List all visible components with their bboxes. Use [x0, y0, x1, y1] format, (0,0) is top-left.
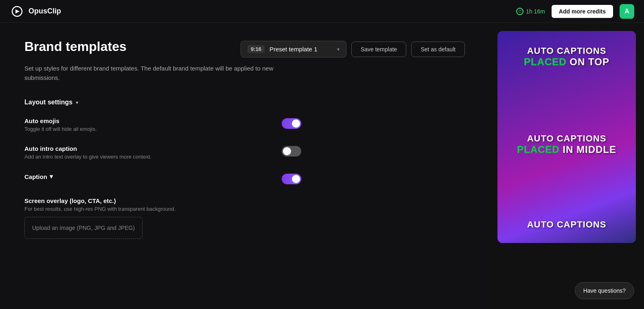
main-layout: Brand templates 9:16 Preset template 1 ▾… — [0, 23, 644, 309]
caption-info: Caption ▾ — [24, 173, 265, 180]
layout-settings-label: Layout settings — [24, 99, 72, 106]
screen-overlay-label: Screen overlay (logo, CTA, etc.) — [24, 197, 116, 204]
preview-panel: AUTO CAPTIONS PLACED ON TOP AUTO CAPTION… — [489, 23, 644, 309]
preview-top-highlight: PLACED — [524, 56, 567, 67]
template-ratio: 9:16 — [248, 45, 265, 53]
caption-toggle-wrap — [282, 174, 301, 184]
auto-intro-toggle-knob — [283, 147, 291, 155]
caption-label-area[interactable]: Caption ▾ — [24, 173, 265, 180]
preview-phone: AUTO CAPTIONS PLACED ON TOP AUTO CAPTION… — [497, 31, 636, 243]
preview-caption-bot: AUTO CAPTIONS — [504, 214, 629, 235]
caption-row: Caption ▾ — [24, 173, 301, 184]
settings-content: Brand templates 9:16 Preset template 1 ▾… — [0, 23, 489, 309]
auto-emojis-label: Auto emojis — [24, 117, 265, 124]
auto-emojis-toggle[interactable] — [282, 118, 301, 129]
preview-bot-line1: AUTO CAPTIONS — [507, 219, 626, 230]
template-selector[interactable]: 9:16 Preset template 1 ▾ — [241, 41, 346, 57]
preview-top-normal: ON TOP — [567, 56, 609, 67]
auto-intro-row: Auto intro caption Add an intro text ove… — [24, 145, 301, 160]
auto-emojis-desc: Toggle it off will hide all emojis. — [24, 126, 265, 132]
preview-top-line1: AUTO CAPTIONS — [507, 46, 626, 56]
auto-intro-desc: Add an intro text overlay to give viewer… — [24, 154, 265, 160]
avatar[interactable]: A — [620, 4, 634, 19]
auto-intro-toggle-wrap — [282, 146, 301, 157]
page-title: Brand templates — [24, 39, 127, 54]
caption-toggle-knob — [292, 175, 300, 183]
save-template-button[interactable]: Save template — [351, 42, 407, 57]
app-header: OpusClip ⏱ 1h 16m Add more credits A — [0, 0, 644, 23]
auto-emojis-info: Auto emojis Toggle it off will hide all … — [24, 117, 265, 132]
caption-toggle[interactable] — [282, 174, 301, 184]
preview-caption-mid: AUTO CAPTIONS PLACED IN MIDDLE — [504, 127, 629, 162]
preview-caption-top: AUTO CAPTIONS PLACED ON TOP — [504, 39, 629, 74]
page-subtitle: Set up styles for different brand templa… — [24, 64, 277, 82]
screen-overlay-desc: For best results, use high-res PNG with … — [24, 206, 175, 212]
layout-settings-chevron-icon: ▾ — [76, 99, 79, 106]
caption-chevron-icon: ▾ — [50, 173, 53, 180]
auto-intro-info: Auto intro caption Add an intro text ove… — [24, 145, 265, 160]
preview-mid-highlight: PLACED — [517, 144, 560, 155]
clock-icon: ⏱ — [516, 8, 524, 15]
timer-badge: ⏱ 1h 16m — [516, 8, 545, 15]
have-questions-button[interactable]: Have questions? — [575, 282, 634, 299]
add-credits-button[interactable]: Add more credits — [552, 5, 613, 18]
auto-emojis-toggle-knob — [292, 119, 300, 128]
auto-emojis-toggle-wrap — [282, 118, 301, 129]
auto-intro-label: Auto intro caption — [24, 145, 265, 152]
logo-text: OpusClip — [28, 7, 61, 15]
logo-area: OpusClip — [10, 4, 61, 19]
timer-label: 1h 16m — [526, 8, 545, 15]
template-chevron-icon: ▾ — [337, 46, 340, 52]
header-right: ⏱ 1h 16m Add more credits A — [516, 4, 634, 19]
set-default-button[interactable]: Set as default — [411, 42, 465, 57]
preview-top-line2: PLACED ON TOP — [507, 56, 626, 68]
auto-emojis-row: Auto emojis Toggle it off will hide all … — [24, 117, 301, 132]
template-name: Preset template 1 — [269, 46, 332, 53]
template-action-row: 9:16 Preset template 1 ▾ Save template S… — [241, 41, 465, 57]
screen-overlay-row: Screen overlay (logo, CTA, etc.) For bes… — [24, 197, 301, 239]
preview-mid-line1: AUTO CAPTIONS — [507, 133, 626, 144]
logo-icon — [10, 4, 24, 19]
page-title-area: Brand templates — [24, 39, 127, 59]
upload-label: Upload an image (PNG, JPG and JPEG) — [32, 225, 135, 231]
preview-mid-line2: PLACED IN MIDDLE — [507, 144, 626, 155]
preview-mid-normal: IN MIDDLE — [560, 144, 616, 155]
caption-label: Caption — [24, 173, 47, 180]
auto-intro-toggle[interactable] — [282, 146, 301, 157]
layout-settings-header[interactable]: Layout settings ▾ — [24, 99, 465, 106]
upload-area[interactable]: Upload an image (PNG, JPG and JPEG) — [24, 217, 142, 239]
